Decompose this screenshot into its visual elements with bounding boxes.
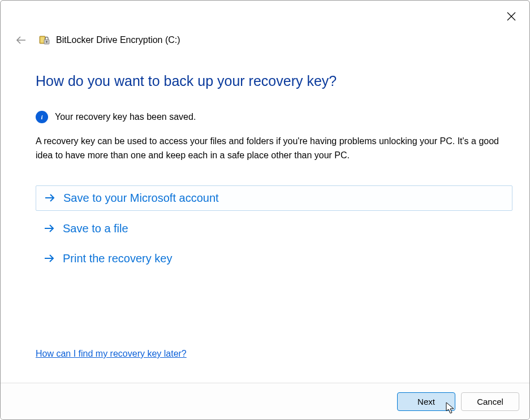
main-heading: How do you want to back up your recovery… [36,73,512,89]
option-label: Save to your Microsoft account [63,192,219,205]
option-save-file[interactable]: Save to a file [36,217,512,241]
footer: Next Cancel [1,383,529,419]
title-group: BitLocker Drive Encryption (C:) [38,34,180,46]
arrow-right-icon [44,253,55,264]
back-button[interactable] [14,33,28,47]
info-message: Your recovery key has been saved. [55,112,196,122]
cancel-button[interactable]: Cancel [461,392,519,411]
option-label: Print the recovery key [63,252,172,265]
header: BitLocker Drive Encryption (C:) [14,33,180,47]
help-link[interactable]: How can I find my recovery key later? [36,349,187,359]
svg-rect-4 [41,37,45,43]
arrow-right-icon [44,223,55,234]
bitlocker-icon [38,34,50,46]
close-icon [507,12,516,21]
info-icon: i [36,111,48,123]
option-save-microsoft-account[interactable]: Save to your Microsoft account [36,185,512,211]
svg-rect-7 [46,42,47,43]
close-button[interactable] [503,8,519,24]
options-list: Save to your Microsoft account Save to a… [36,185,512,271]
description-text: A recovery key can be used to access you… [36,135,511,163]
info-row: i Your recovery key has been saved. [36,111,512,123]
back-arrow-icon [15,34,27,46]
next-button[interactable]: Next [397,392,455,411]
arrow-right-icon [44,192,55,203]
content-area: How do you want to back up your recovery… [36,73,512,271]
window-title: BitLocker Drive Encryption (C:) [56,35,180,45]
option-print-key[interactable]: Print the recovery key [36,246,512,271]
option-label: Save to a file [63,222,128,235]
